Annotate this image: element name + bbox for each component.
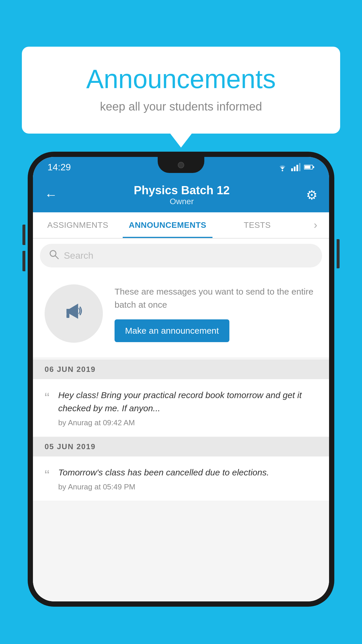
announcement-item-2[interactable]: “ Tomorrow's class has been cancelled du… bbox=[33, 456, 329, 501]
notch bbox=[158, 157, 204, 173]
tab-announcements[interactable]: ANNOUNCEMENTS bbox=[123, 212, 212, 238]
quote-icon-1: “ bbox=[45, 391, 50, 405]
date-separator-2: 05 JUN 2019 bbox=[33, 437, 329, 456]
status-bar: 14:29 bbox=[33, 157, 329, 177]
search-bar-container: Search bbox=[33, 239, 329, 273]
megaphone-icon bbox=[61, 298, 87, 330]
content-area: Search bbox=[33, 239, 329, 601]
hero-subtitle: keep all your students informed bbox=[42, 100, 320, 113]
back-button[interactable]: ← bbox=[45, 188, 57, 202]
power-button bbox=[337, 239, 340, 268]
svg-line-9 bbox=[55, 256, 58, 259]
prompt-description: These are messages you want to send to t… bbox=[115, 285, 317, 311]
header-center: Physics Batch 12 Owner bbox=[134, 184, 230, 206]
search-bar[interactable]: Search bbox=[40, 244, 322, 267]
date-separator-1: 06 JUN 2019 bbox=[33, 360, 329, 379]
svg-rect-3 bbox=[296, 165, 298, 171]
phone-screen: 14:29 bbox=[33, 157, 329, 601]
search-placeholder: Search bbox=[64, 250, 93, 261]
svg-rect-1 bbox=[291, 168, 293, 171]
volume-down-button bbox=[22, 251, 25, 271]
hero-title: Announcements bbox=[42, 64, 320, 94]
signal-icon bbox=[291, 163, 301, 171]
svg-rect-2 bbox=[294, 167, 296, 171]
status-icons bbox=[277, 163, 314, 171]
svg-point-0 bbox=[282, 170, 283, 172]
quote-icon-2: “ bbox=[45, 468, 50, 483]
tabs-bar: ASSIGNMENTS ANNOUNCEMENTS TESTS › bbox=[33, 212, 329, 239]
announcement-item-1[interactable]: “ Hey class! Bring your practical record… bbox=[33, 379, 329, 437]
announcement-message-1: Hey class! Bring your practical record b… bbox=[58, 388, 317, 415]
front-camera bbox=[178, 162, 184, 168]
tab-tests[interactable]: TESTS bbox=[212, 212, 302, 238]
settings-icon[interactable]: ⚙ bbox=[306, 188, 317, 202]
announcement-meta-2: by Anurag at 05:49 PM bbox=[58, 482, 317, 491]
wifi-icon bbox=[277, 163, 288, 171]
svg-rect-7 bbox=[313, 166, 314, 168]
svg-rect-4 bbox=[299, 163, 301, 171]
search-icon bbox=[49, 249, 59, 262]
phone-mockup: 14:29 bbox=[28, 152, 334, 644]
phone-outer: 14:29 bbox=[28, 152, 334, 607]
svg-rect-10 bbox=[66, 314, 69, 318]
megaphone-circle bbox=[45, 284, 103, 343]
header-subtitle: Owner bbox=[134, 197, 230, 206]
battery-icon bbox=[304, 164, 314, 170]
announcement-message-2: Tomorrow's class has been cancelled due … bbox=[58, 466, 317, 479]
announcement-prompt: These are messages you want to send to t… bbox=[33, 273, 329, 357]
tab-more[interactable]: › bbox=[302, 212, 329, 238]
header-title: Physics Batch 12 bbox=[134, 184, 230, 197]
status-time: 14:29 bbox=[48, 162, 71, 173]
tab-assignments[interactable]: ASSIGNMENTS bbox=[33, 212, 123, 238]
prompt-right: These are messages you want to send to t… bbox=[115, 285, 317, 342]
hero-card: Announcements keep all your students inf… bbox=[22, 47, 340, 134]
announcement-content-2: Tomorrow's class has been cancelled due … bbox=[58, 466, 317, 491]
svg-rect-6 bbox=[305, 166, 310, 169]
app-header: ← Physics Batch 12 Owner ⚙ bbox=[33, 177, 329, 212]
announcement-meta-1: by Anurag at 09:42 AM bbox=[58, 418, 317, 427]
volume-up-button bbox=[22, 225, 25, 245]
announcement-content-1: Hey class! Bring your practical record b… bbox=[58, 388, 317, 427]
make-announcement-button[interactable]: Make an announcement bbox=[115, 319, 229, 342]
